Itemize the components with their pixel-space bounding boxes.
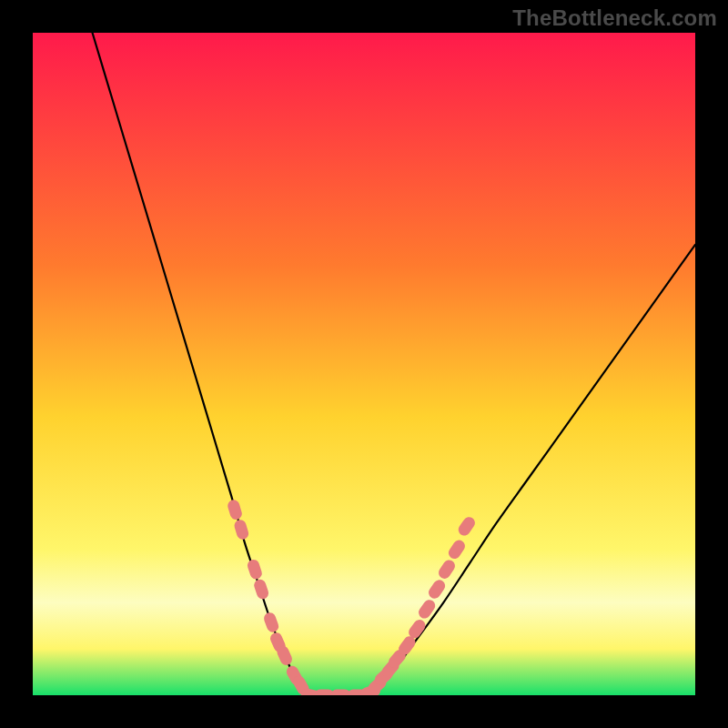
gradient-background xyxy=(33,33,695,695)
chart-frame: TheBottleneck.com xyxy=(0,0,728,728)
chart-svg xyxy=(33,33,695,695)
plot-area xyxy=(33,33,695,695)
watermark-text: TheBottleneck.com xyxy=(512,5,717,31)
